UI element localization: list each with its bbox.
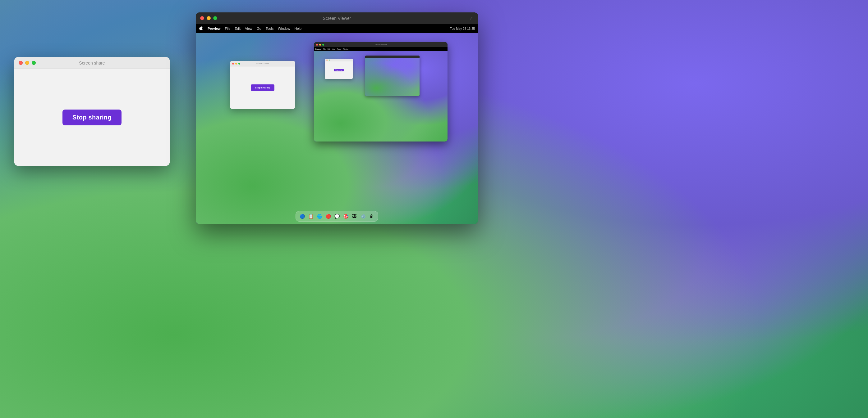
inner-dock-chrome: 🌐	[316, 213, 323, 220]
menubar-view[interactable]: View	[245, 27, 252, 30]
inner-sv-desktop: Stop sharing	[314, 51, 447, 141]
inner-sv-dots	[316, 44, 324, 46]
menubar-edit[interactable]: Edit	[235, 27, 241, 30]
inner-sv-menu-preview: Preview	[315, 48, 321, 50]
inner-dock-app2: 💬	[333, 213, 341, 220]
menubar-go[interactable]: Go	[257, 27, 261, 30]
viewer-minimize-button[interactable]	[207, 16, 211, 20]
inner-dock-app1: 🔴	[324, 213, 332, 220]
screen-viewer-window: Screen Viewer ⤢ Preview File Edit View G…	[196, 12, 478, 224]
menubar-right: Tue May 28 16:35	[450, 27, 475, 30]
inner-screen-viewer-window: Screen Viewer Preview File Edit View Too…	[314, 42, 447, 141]
tiny-stop-sharing-button: Stop sharing	[334, 69, 343, 71]
tiny-screen-share-window: Stop sharing	[325, 59, 353, 79]
inner-ss-title: Screen share	[256, 62, 269, 65]
inner-ss-dots	[232, 63, 240, 65]
inner-ss-titlebar: Screen share	[230, 61, 295, 66]
screen-share-title: Screen share	[79, 61, 105, 66]
inner-sv-title: Screen Viewer	[375, 44, 387, 46]
tiny-ss-minimize	[327, 60, 328, 61]
menubar-window[interactable]: Window	[278, 27, 290, 30]
screen-share-content: Stop sharing	[14, 69, 170, 166]
menubar-datetime: Tue May 28 16:35	[450, 27, 475, 30]
inner-sv-menu-edit: Edit	[328, 48, 330, 50]
inner-sv-maximize	[322, 44, 324, 46]
inner-dock-photos: 🖼	[350, 213, 358, 220]
inner-sv-menu-window: Window	[343, 48, 348, 50]
screen-share-window: Screen share Stop sharing	[14, 57, 170, 166]
menubar-preview[interactable]: Preview	[208, 27, 221, 30]
inner-sv-close	[316, 44, 318, 46]
inner-dock-app3: 🎯	[342, 213, 349, 220]
inner-ss-content: Stop sharing	[230, 66, 295, 109]
viewer-expand-button[interactable]: ⤢	[469, 16, 474, 21]
screen-share-titlebar: Screen share	[14, 57, 170, 69]
inner-ss-minimize	[235, 63, 237, 65]
inner-sv-menu-view: View	[332, 48, 336, 50]
inner-dock-finder: 🔵	[298, 213, 306, 220]
inner-dock-trash: 🗑	[368, 213, 375, 220]
apple-menu-icon[interactable]	[199, 26, 203, 31]
tiny-screen-viewer-window	[365, 56, 420, 96]
inner-screen-share-window: Screen share Stop sharing	[230, 61, 295, 109]
tiny-ss-maximize	[329, 60, 330, 61]
inner-dock: 🔵 📋 🌐 🔴 💬 🎯 🖼 ⚙️ 🗑	[296, 211, 378, 221]
inner-dock-notes: 📋	[307, 213, 314, 220]
viewer-maximize-button[interactable]	[213, 16, 217, 20]
viewer-close-button[interactable]	[200, 16, 204, 20]
screen-viewer-title: Screen Viewer	[323, 16, 351, 21]
tiny-sv-content	[365, 58, 420, 96]
minimize-button[interactable]	[25, 61, 29, 65]
tiny-ss-close	[326, 60, 327, 61]
tiny-ss-titlebar	[325, 59, 353, 62]
inner-ss-maximize	[238, 63, 240, 65]
inner-ss-close	[232, 63, 234, 65]
menubar-tools[interactable]: Tools	[266, 27, 274, 30]
inner-sv-menu-file: File	[323, 48, 326, 50]
inner-dock-settings: ⚙️	[359, 213, 367, 220]
tiny-ss-content: Stop sharing	[325, 62, 353, 79]
inner-menubar: Preview File Edit View Go Tools Window H…	[196, 24, 478, 33]
tiny-sv-titlebar	[365, 56, 420, 58]
screen-viewer-titlebar: Screen Viewer ⤢	[196, 12, 478, 24]
window-controls	[19, 61, 36, 65]
stop-sharing-button[interactable]: Stop sharing	[62, 109, 122, 126]
inner-sv-menu-tools: Tools	[337, 48, 341, 50]
inner-stop-sharing-button[interactable]: Stop sharing	[251, 84, 275, 91]
maximize-button[interactable]	[32, 61, 36, 65]
close-button[interactable]	[19, 61, 23, 65]
inner-sv-menubar: Preview File Edit View Tools Window	[314, 47, 447, 51]
inner-sv-minimize	[319, 44, 321, 46]
menubar-file[interactable]: File	[225, 27, 230, 30]
inner-desktop: Screen share Stop sharing Screen Viewer …	[196, 33, 478, 224]
viewer-window-controls	[200, 16, 217, 20]
menubar-help[interactable]: Help	[294, 27, 302, 30]
inner-sv-titlebar: Screen Viewer	[314, 42, 447, 47]
